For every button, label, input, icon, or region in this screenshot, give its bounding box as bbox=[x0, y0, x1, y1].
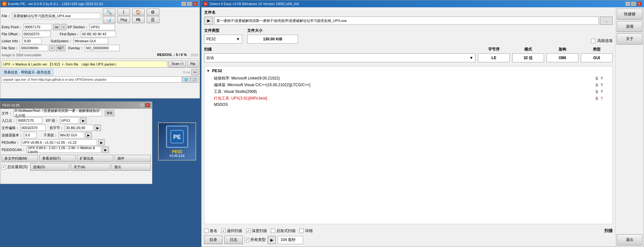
result-header: ▼ PE32 bbox=[206, 68, 610, 73]
peid-subsystem-value: Win32 GUI bbox=[59, 132, 84, 138]
die-result-sq: S? bbox=[593, 83, 603, 87]
peid-linker-value: 9.0 bbox=[24, 132, 37, 138]
die-result-q[interactable]: ? bbox=[601, 96, 603, 101]
die-result-s: S bbox=[595, 90, 598, 94]
type-value: GUI bbox=[581, 53, 613, 62]
refresh-icon-btn[interactable]: 🔄 bbox=[191, 76, 198, 83]
peid-first-byte-label: 首字节： bbox=[50, 126, 63, 130]
file-type-label: 文件类型 bbox=[204, 28, 242, 33]
exeinfo-window: E Exeinfo PE - ver.0.0.8.3 by A.S.L - 11… bbox=[0, 0, 200, 99]
peid-options-button[interactable]: 选项(O) bbox=[30, 163, 70, 171]
web-icon-btn[interactable]: 🌐 bbox=[183, 76, 190, 83]
pe-btn[interactable]: PE bbox=[132, 16, 145, 23]
search-icon-btn[interactable]: 🔍 bbox=[103, 9, 116, 16]
peid-title: PEiD v0.95 bbox=[2, 103, 20, 107]
always-top-label: 总在最前(S) bbox=[7, 164, 28, 170]
die-nav-button[interactable]: ▶ bbox=[204, 17, 213, 25]
gear-icon-btn[interactable]: ⚙ bbox=[147, 9, 159, 16]
peid-ddscan-value: UPX 0.89.6 - 1.02 / 1.05 - 2.90 -> Marku… bbox=[27, 147, 101, 153]
peid-ddscan-arrow[interactable]: ▶ bbox=[103, 147, 109, 153]
rip-button[interactable]: Rip bbox=[187, 61, 198, 68]
entry-point-label: Entry Point： bbox=[2, 25, 22, 30]
view-process-button[interactable]: 查看进程(T) bbox=[39, 155, 76, 162]
die-filepath: 第一课例子\吾爱破解培训第一课例子\加壳程序\吾爱破解论坛学习脱壳实例_UPX.… bbox=[214, 17, 599, 25]
peid-scan-btn[interactable]: 测览 bbox=[105, 110, 114, 116]
exit-button[interactable]: 退出 bbox=[617, 234, 642, 245]
die-maximize-button[interactable]: □ bbox=[631, 2, 636, 6]
sign-checkbox[interactable] bbox=[204, 229, 209, 233]
log-button[interactable]: 日志 bbox=[224, 236, 243, 244]
peid-about-button[interactable]: 关于(A) bbox=[71, 163, 110, 171]
detail-label: 详细 bbox=[305, 228, 313, 234]
die-browse-button[interactable]: ... bbox=[600, 17, 613, 25]
plugin-button[interactable]: 插件 bbox=[115, 155, 151, 162]
peid-first-byte-value: 30,BE,00,90 bbox=[65, 125, 93, 131]
peid-sniffer-arrow[interactable]: ▶ bbox=[98, 139, 105, 146]
die-result-sq: S? bbox=[593, 96, 603, 101]
byte-order-value: LE bbox=[478, 53, 510, 62]
die-minimize-button[interactable]: ─ bbox=[625, 2, 630, 6]
home-icon-btn[interactable]: 🏠 bbox=[132, 9, 145, 16]
peid-ep-arrow[interactable]: ▶ bbox=[80, 117, 87, 124]
deep-label: 深度扫描 bbox=[252, 228, 267, 234]
advanced-checkbox[interactable] bbox=[591, 39, 595, 43]
close-button[interactable]: ✕ bbox=[193, 2, 198, 6]
about-button[interactable]: 关于 bbox=[617, 33, 642, 45]
detail-checkbox[interactable] bbox=[299, 229, 304, 233]
peid-fb-arrow[interactable]: ▶ bbox=[95, 125, 101, 131]
lt2-button[interactable]: < bbox=[50, 45, 55, 51]
overlay-label: Overlay： bbox=[68, 46, 83, 51]
recursive-checkbox[interactable] bbox=[221, 229, 226, 233]
die-result-sq: S? bbox=[593, 76, 603, 81]
shortcut-button[interactable]: 快捷键 bbox=[617, 9, 642, 20]
peid-close-button[interactable]: ✕ bbox=[145, 103, 150, 107]
exeinfo-icon: E bbox=[2, 2, 7, 6]
exeinfo-titlebar: E Exeinfo PE - ver.0.0.8.3 by A.S.L - 11… bbox=[0, 0, 200, 7]
ep-section-value: UPX1 bbox=[90, 24, 115, 30]
die-result-s: S bbox=[595, 96, 598, 101]
peid-logo-icon: PE bbox=[166, 126, 188, 148]
die-close-button[interactable]: ✕ bbox=[637, 2, 642, 6]
all-types-checkbox[interactable] bbox=[245, 238, 249, 242]
bar-chart-icon-btn[interactable]: 📊 bbox=[103, 16, 116, 23]
scan-label: 扫描 bbox=[204, 47, 475, 52]
deep-checkbox[interactable] bbox=[246, 229, 250, 233]
die-result-q: ? bbox=[601, 83, 603, 87]
more-button[interactable]: >> bbox=[191, 69, 198, 75]
file-type-select[interactable]: PE32 ▼ bbox=[204, 35, 242, 44]
dir-button[interactable]: 目录 bbox=[204, 236, 222, 244]
heur-label: 启发式扫描 bbox=[276, 228, 295, 234]
recursive-label: 递归扫描 bbox=[227, 228, 242, 234]
help-text: 简易信息 - 帮助提示 -脱壳信息 bbox=[2, 69, 53, 75]
scan-button[interactable]: Scan / t bbox=[169, 61, 186, 68]
file-name-label: 文件名 bbox=[204, 10, 613, 15]
scan-dropdown-icon: ▼ bbox=[469, 56, 473, 60]
arch-value: I386 bbox=[547, 53, 578, 62]
list-icon-btn[interactable]: ☰ bbox=[147, 16, 159, 23]
progress-arrow-button[interactable]: ▶ bbox=[268, 236, 276, 244]
heur-checkbox[interactable] bbox=[271, 229, 275, 233]
plugin-btn[interactable]: Plug bbox=[117, 16, 130, 23]
scan-action-label: 扫描 bbox=[604, 228, 613, 234]
peid-minimize-button[interactable]: ─ bbox=[139, 103, 144, 107]
minimize-button[interactable]: ─ bbox=[181, 2, 186, 6]
multi-scan-button[interactable]: 多文件扫描(M) bbox=[2, 155, 38, 162]
scan-select[interactable]: 自动 ▼ bbox=[204, 53, 475, 62]
net-button[interactable]: NET bbox=[56, 45, 65, 51]
expand-button[interactable]: 扩展信息 bbox=[77, 155, 113, 162]
file-size-label: 文件大小 bbox=[247, 28, 298, 33]
file-offset-label: File Offset： bbox=[2, 32, 21, 37]
info-icon-btn[interactable]: ℹ bbox=[117, 9, 130, 16]
maximize-button[interactable]: □ bbox=[187, 2, 192, 6]
peid-entry-value: 00057170 bbox=[17, 117, 42, 124]
options-button[interactable]: 选项 bbox=[617, 21, 642, 32]
peid-ep-section-value: UPX1 bbox=[60, 117, 79, 124]
die-result-item: 打包工具: UPX(3.91)[NRV,best]S? bbox=[206, 95, 610, 102]
peid-sub-arrow[interactable]: ▶ bbox=[85, 132, 92, 138]
always-top-checkbox[interactable] bbox=[2, 165, 6, 169]
lt-button[interactable]: < bbox=[61, 24, 66, 30]
peid-exit-button[interactable]: 退出 bbox=[111, 163, 151, 171]
die-window: D Detect It Easy v3.09 [Windows 10 Versi… bbox=[201, 0, 644, 247]
oo-button[interactable]: oo bbox=[53, 24, 60, 30]
file-size-label: File Size： bbox=[2, 46, 18, 51]
